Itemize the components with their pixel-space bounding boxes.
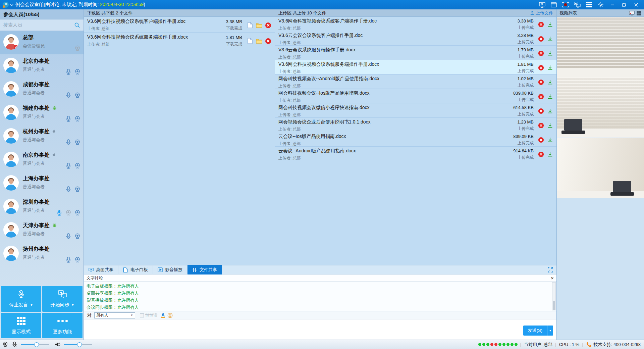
mic-icon[interactable] bbox=[65, 186, 72, 193]
delete-file-icon[interactable] bbox=[265, 38, 271, 44]
checkbox-icon[interactable] bbox=[140, 313, 144, 317]
delete-file-icon[interactable] bbox=[538, 65, 544, 71]
open-folder-icon[interactable] bbox=[256, 38, 262, 44]
camera-icon[interactable] bbox=[74, 256, 81, 263]
delete-file-icon[interactable] bbox=[538, 108, 544, 114]
chat-scrollbar[interactable] bbox=[552, 282, 556, 310]
window-mode-icon[interactable] bbox=[550, 1, 557, 8]
camera-icon[interactable] bbox=[74, 68, 81, 75]
camera-disabled-icon[interactable] bbox=[74, 45, 81, 52]
chat-message-area[interactable]: 电子白板权限：允许所有人 桌面共享权限：允许所有人 影音播放权限：允许所有人 会… bbox=[84, 282, 556, 311]
search-icon[interactable] bbox=[74, 22, 80, 28]
send-button[interactable]: 发送(S) ▼ bbox=[523, 326, 553, 336]
camera-icon[interactable] bbox=[74, 209, 81, 216]
camera-disabled-icon[interactable] bbox=[65, 209, 72, 216]
mic-volume-slider[interactable] bbox=[21, 342, 49, 347]
open-file-icon[interactable] bbox=[247, 22, 253, 29]
sync-screens-icon[interactable] bbox=[574, 1, 581, 8]
participant-row[interactable]: 福建办事处 普通与会者 bbox=[0, 101, 84, 125]
mic-icon[interactable] bbox=[65, 115, 72, 122]
download-file-row[interactable]: V3.6网会科技视频会议系统服务端操作手册.docx 上传者: 总部 1.81 … bbox=[84, 33, 275, 48]
mic-icon[interactable] bbox=[65, 162, 72, 169]
download-file-icon[interactable] bbox=[547, 21, 553, 28]
delete-file-icon[interactable] bbox=[538, 137, 544, 143]
participant-row[interactable]: 总部 会议管理员 bbox=[0, 31, 84, 54]
mic-icon[interactable] bbox=[65, 92, 72, 99]
camera-icon[interactable] bbox=[74, 162, 81, 169]
camera-icon[interactable] bbox=[74, 92, 81, 99]
video-monitor-icon[interactable] bbox=[629, 11, 635, 15]
download-file-icon[interactable] bbox=[547, 151, 553, 158]
upload-file-row[interactable]: V3.6云会议会议系统客户端操作手册.doc 上传者: 总部 3.28 MB 上… bbox=[275, 31, 556, 46]
chevron-down-icon[interactable] bbox=[10, 4, 13, 6]
dropdown-arrow-icon[interactable]: ▼ bbox=[30, 303, 33, 307]
settings-gear-icon[interactable] bbox=[597, 1, 604, 8]
webcam-icon[interactable] bbox=[2, 341, 8, 348]
participant-row[interactable]: 深圳办事处 普通与会者 bbox=[0, 195, 84, 219]
participant-row[interactable]: 扬州办事处 普通与会者 bbox=[0, 242, 84, 266]
open-folder-icon[interactable] bbox=[256, 22, 262, 29]
dialpad-icon[interactable] bbox=[586, 1, 592, 8]
share-tab[interactable]: 文件共享 bbox=[187, 265, 222, 275]
mic-icon[interactable] bbox=[65, 68, 72, 75]
minimize-button[interactable] bbox=[609, 1, 616, 8]
whisper-checkbox[interactable]: 悄悄话 bbox=[140, 312, 157, 318]
delete-file-icon[interactable] bbox=[538, 21, 544, 28]
mic-volume-knob[interactable] bbox=[34, 342, 39, 347]
sidebar-action-button[interactable]: 停止发言▼ bbox=[1, 286, 41, 312]
participant-row[interactable]: 南京办事处 普通与会者 bbox=[0, 148, 84, 172]
participant-row[interactable]: 北京办事处 普通与会者 bbox=[0, 54, 84, 78]
record-icon[interactable] bbox=[562, 1, 569, 8]
send-dropdown-icon[interactable]: ▼ bbox=[547, 326, 553, 336]
share-tab[interactable]: 桌面共享 bbox=[84, 265, 118, 275]
chat-scrollbar-thumb[interactable] bbox=[553, 301, 555, 310]
download-file-row[interactable]: V3.6网会科技视频会议系统客户端操作手册.doc 上传者: 总部 3.38 M… bbox=[84, 17, 275, 33]
delete-file-icon[interactable] bbox=[538, 36, 544, 42]
upload-file-row[interactable]: 网会科技视频会议--Ios版产品使用指南.docx 上传者: 总部 839.08… bbox=[275, 89, 556, 103]
mic-icon[interactable] bbox=[65, 233, 72, 240]
sidebar-action-button[interactable]: 更多功能▼ bbox=[42, 313, 83, 339]
upload-file-row[interactable]: V3.6网会科技视频会议系统客户端操作手册.doc 上传者: 总部 3.38 M… bbox=[275, 17, 556, 31]
upload-file-row[interactable]: 网会科技视频会议微信小程序快速指南.docx 上传者: 总部 614.58 KB… bbox=[275, 103, 556, 118]
camera-icon[interactable] bbox=[74, 115, 81, 122]
video-thumbnail[interactable] bbox=[557, 138, 644, 198]
layout-grid-icon[interactable] bbox=[637, 11, 641, 15]
speaker-icon[interactable] bbox=[55, 342, 61, 347]
download-file-icon[interactable] bbox=[547, 65, 553, 71]
download-file-icon[interactable] bbox=[547, 137, 553, 143]
close-button[interactable] bbox=[633, 1, 639, 8]
upload-file-row[interactable]: 网会科技视频会议--Android版产品使用指南.docx 上传者: 总部 1.… bbox=[275, 74, 556, 89]
video-thumbnail[interactable] bbox=[557, 77, 644, 138]
emoji-icon[interactable] bbox=[167, 313, 173, 318]
participant-search-input[interactable]: 搜索人员 bbox=[0, 19, 84, 31]
camera-icon[interactable] bbox=[74, 139, 81, 146]
video-thumbnail[interactable] bbox=[557, 17, 644, 77]
upload-file-row[interactable]: 云会议--Ios版产品使用指南.docx 上传者: 总部 839.09 KB 上… bbox=[275, 132, 556, 147]
download-file-icon[interactable] bbox=[547, 94, 553, 100]
open-file-icon[interactable] bbox=[247, 38, 253, 44]
upload-file-row[interactable]: V3.6云会议系统服务端操作手册.docx 上传者: 总部 1.79 MB 上传… bbox=[275, 46, 556, 60]
participant-row[interactable]: 上海办事处 普通与会者 bbox=[0, 172, 84, 195]
sidebar-action-button[interactable]: 开始同步▼ bbox=[42, 286, 83, 312]
mic-icon[interactable] bbox=[65, 256, 72, 263]
send-button-label[interactable]: 发送(S) bbox=[523, 326, 547, 336]
download-file-icon[interactable] bbox=[547, 50, 553, 57]
download-file-icon[interactable] bbox=[547, 36, 553, 42]
font-style-icon[interactable]: A bbox=[161, 313, 165, 318]
delete-file-icon[interactable] bbox=[265, 22, 271, 29]
delete-file-icon[interactable] bbox=[538, 151, 544, 158]
speaker-volume-slider[interactable] bbox=[64, 342, 92, 347]
upload-file-row[interactable]: 云会议--Android版产品使用指南.docx 上传者: 总部 914.64 … bbox=[275, 147, 556, 161]
share-tab[interactable]: 电子白板 bbox=[118, 265, 153, 275]
download-file-icon[interactable] bbox=[547, 122, 553, 129]
chat-recipient-select[interactable]: 所有人 ▼ bbox=[94, 312, 135, 318]
mic-active-icon[interactable] bbox=[56, 209, 63, 216]
chat-close-icon[interactable]: × bbox=[551, 276, 554, 281]
mic-muted-icon[interactable] bbox=[11, 341, 18, 348]
participant-row[interactable]: 杭州办事处 普通与会者 bbox=[0, 125, 84, 148]
fullscreen-icon[interactable] bbox=[548, 267, 553, 272]
chat-compose-area[interactable]: 发送(S) ▼ bbox=[84, 319, 556, 340]
upload-file-row[interactable]: V3.6网会科技视频会议系统服务端操作手册.docx 上传者: 总部 1.81 … bbox=[275, 60, 556, 74]
share-tab[interactable]: 影音播放 bbox=[153, 265, 187, 275]
upload-file-link[interactable]: 上传文件 bbox=[530, 10, 553, 16]
